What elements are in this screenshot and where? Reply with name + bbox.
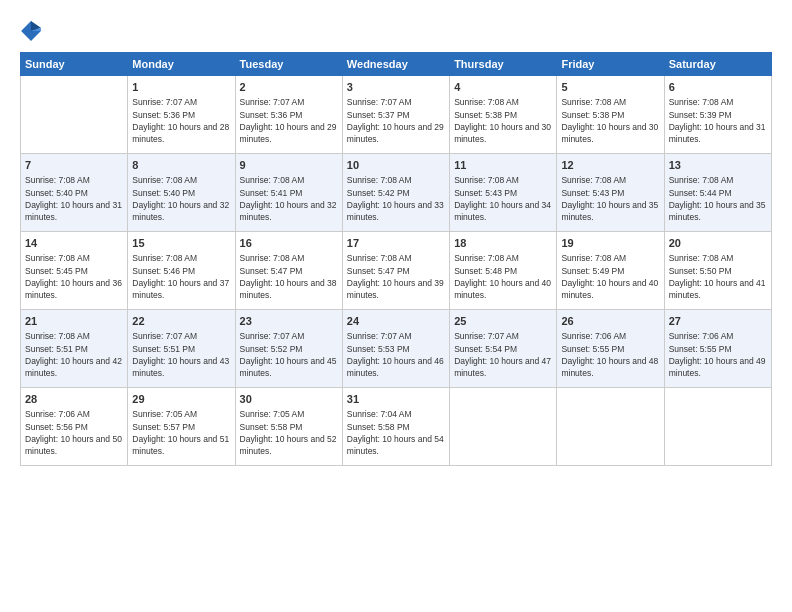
calendar-cell: 28Sunrise: 7:06 AM Sunset: 5:56 PM Dayli… (21, 388, 128, 466)
calendar-cell (557, 388, 664, 466)
day-number: 11 (454, 158, 552, 173)
calendar-cell: 11Sunrise: 7:08 AM Sunset: 5:43 PM Dayli… (450, 154, 557, 232)
day-info: Sunrise: 7:08 AM Sunset: 5:45 PM Dayligh… (25, 252, 123, 301)
calendar-cell: 4Sunrise: 7:08 AM Sunset: 5:38 PM Daylig… (450, 76, 557, 154)
day-info: Sunrise: 7:06 AM Sunset: 5:55 PM Dayligh… (561, 330, 659, 379)
day-number: 20 (669, 236, 767, 251)
day-number: 10 (347, 158, 445, 173)
calendar-cell (450, 388, 557, 466)
calendar-cell: 22Sunrise: 7:07 AM Sunset: 5:51 PM Dayli… (128, 310, 235, 388)
day-info: Sunrise: 7:08 AM Sunset: 5:38 PM Dayligh… (454, 96, 552, 145)
calendar-header: SundayMondayTuesdayWednesdayThursdayFrid… (21, 53, 772, 76)
day-info: Sunrise: 7:06 AM Sunset: 5:55 PM Dayligh… (669, 330, 767, 379)
weekday-header: Friday (557, 53, 664, 76)
day-info: Sunrise: 7:08 AM Sunset: 5:44 PM Dayligh… (669, 174, 767, 223)
day-number: 29 (132, 392, 230, 407)
calendar-cell: 2Sunrise: 7:07 AM Sunset: 5:36 PM Daylig… (235, 76, 342, 154)
day-number: 7 (25, 158, 123, 173)
day-number: 24 (347, 314, 445, 329)
day-info: Sunrise: 7:08 AM Sunset: 5:47 PM Dayligh… (347, 252, 445, 301)
day-number: 6 (669, 80, 767, 95)
day-info: Sunrise: 7:07 AM Sunset: 5:52 PM Dayligh… (240, 330, 338, 379)
day-info: Sunrise: 7:05 AM Sunset: 5:58 PM Dayligh… (240, 408, 338, 457)
day-number: 12 (561, 158, 659, 173)
day-info: Sunrise: 7:08 AM Sunset: 5:46 PM Dayligh… (132, 252, 230, 301)
calendar-cell: 19Sunrise: 7:08 AM Sunset: 5:49 PM Dayli… (557, 232, 664, 310)
day-number: 25 (454, 314, 552, 329)
day-number: 15 (132, 236, 230, 251)
calendar-week-row: 21Sunrise: 7:08 AM Sunset: 5:51 PM Dayli… (21, 310, 772, 388)
calendar-cell: 29Sunrise: 7:05 AM Sunset: 5:57 PM Dayli… (128, 388, 235, 466)
day-number: 27 (669, 314, 767, 329)
day-number: 2 (240, 80, 338, 95)
day-info: Sunrise: 7:07 AM Sunset: 5:36 PM Dayligh… (132, 96, 230, 145)
day-info: Sunrise: 7:07 AM Sunset: 5:53 PM Dayligh… (347, 330, 445, 379)
day-info: Sunrise: 7:08 AM Sunset: 5:50 PM Dayligh… (669, 252, 767, 301)
day-number: 30 (240, 392, 338, 407)
day-number: 26 (561, 314, 659, 329)
weekday-header: Thursday (450, 53, 557, 76)
calendar-cell: 6Sunrise: 7:08 AM Sunset: 5:39 PM Daylig… (664, 76, 771, 154)
day-number: 19 (561, 236, 659, 251)
calendar-table: SundayMondayTuesdayWednesdayThursdayFrid… (20, 52, 772, 466)
page: SundayMondayTuesdayWednesdayThursdayFrid… (0, 0, 792, 612)
day-info: Sunrise: 7:08 AM Sunset: 5:42 PM Dayligh… (347, 174, 445, 223)
calendar-cell (21, 76, 128, 154)
calendar-week-row: 28Sunrise: 7:06 AM Sunset: 5:56 PM Dayli… (21, 388, 772, 466)
calendar-cell: 1Sunrise: 7:07 AM Sunset: 5:36 PM Daylig… (128, 76, 235, 154)
calendar-cell: 16Sunrise: 7:08 AM Sunset: 5:47 PM Dayli… (235, 232, 342, 310)
calendar-cell: 15Sunrise: 7:08 AM Sunset: 5:46 PM Dayli… (128, 232, 235, 310)
calendar-cell: 12Sunrise: 7:08 AM Sunset: 5:43 PM Dayli… (557, 154, 664, 232)
day-info: Sunrise: 7:08 AM Sunset: 5:40 PM Dayligh… (25, 174, 123, 223)
day-number: 28 (25, 392, 123, 407)
weekday-row: SundayMondayTuesdayWednesdayThursdayFrid… (21, 53, 772, 76)
day-number: 4 (454, 80, 552, 95)
day-info: Sunrise: 7:05 AM Sunset: 5:57 PM Dayligh… (132, 408, 230, 457)
logo-icon (20, 20, 42, 42)
header (20, 18, 772, 42)
calendar-cell: 30Sunrise: 7:05 AM Sunset: 5:58 PM Dayli… (235, 388, 342, 466)
day-info: Sunrise: 7:08 AM Sunset: 5:38 PM Dayligh… (561, 96, 659, 145)
day-number: 22 (132, 314, 230, 329)
day-info: Sunrise: 7:07 AM Sunset: 5:51 PM Dayligh… (132, 330, 230, 379)
day-info: Sunrise: 7:08 AM Sunset: 5:39 PM Dayligh… (669, 96, 767, 145)
calendar-cell: 9Sunrise: 7:08 AM Sunset: 5:41 PM Daylig… (235, 154, 342, 232)
calendar-cell: 20Sunrise: 7:08 AM Sunset: 5:50 PM Dayli… (664, 232, 771, 310)
day-info: Sunrise: 7:07 AM Sunset: 5:36 PM Dayligh… (240, 96, 338, 145)
day-info: Sunrise: 7:08 AM Sunset: 5:43 PM Dayligh… (561, 174, 659, 223)
day-info: Sunrise: 7:04 AM Sunset: 5:58 PM Dayligh… (347, 408, 445, 457)
day-info: Sunrise: 7:08 AM Sunset: 5:47 PM Dayligh… (240, 252, 338, 301)
calendar-cell: 26Sunrise: 7:06 AM Sunset: 5:55 PM Dayli… (557, 310, 664, 388)
logo (20, 18, 45, 42)
day-number: 5 (561, 80, 659, 95)
day-number: 23 (240, 314, 338, 329)
weekday-header: Tuesday (235, 53, 342, 76)
day-number: 1 (132, 80, 230, 95)
calendar-cell: 27Sunrise: 7:06 AM Sunset: 5:55 PM Dayli… (664, 310, 771, 388)
weekday-header: Monday (128, 53, 235, 76)
day-number: 21 (25, 314, 123, 329)
day-number: 13 (669, 158, 767, 173)
day-info: Sunrise: 7:07 AM Sunset: 5:54 PM Dayligh… (454, 330, 552, 379)
day-number: 3 (347, 80, 445, 95)
calendar-week-row: 14Sunrise: 7:08 AM Sunset: 5:45 PM Dayli… (21, 232, 772, 310)
calendar-cell: 23Sunrise: 7:07 AM Sunset: 5:52 PM Dayli… (235, 310, 342, 388)
day-info: Sunrise: 7:08 AM Sunset: 5:49 PM Dayligh… (561, 252, 659, 301)
calendar-cell: 31Sunrise: 7:04 AM Sunset: 5:58 PM Dayli… (342, 388, 449, 466)
day-number: 31 (347, 392, 445, 407)
weekday-header: Saturday (664, 53, 771, 76)
calendar-cell: 21Sunrise: 7:08 AM Sunset: 5:51 PM Dayli… (21, 310, 128, 388)
calendar-cell: 17Sunrise: 7:08 AM Sunset: 5:47 PM Dayli… (342, 232, 449, 310)
weekday-header: Sunday (21, 53, 128, 76)
day-number: 9 (240, 158, 338, 173)
calendar-cell: 13Sunrise: 7:08 AM Sunset: 5:44 PM Dayli… (664, 154, 771, 232)
calendar-cell: 7Sunrise: 7:08 AM Sunset: 5:40 PM Daylig… (21, 154, 128, 232)
day-info: Sunrise: 7:08 AM Sunset: 5:40 PM Dayligh… (132, 174, 230, 223)
calendar-cell: 24Sunrise: 7:07 AM Sunset: 5:53 PM Dayli… (342, 310, 449, 388)
calendar-cell: 3Sunrise: 7:07 AM Sunset: 5:37 PM Daylig… (342, 76, 449, 154)
calendar-cell: 14Sunrise: 7:08 AM Sunset: 5:45 PM Dayli… (21, 232, 128, 310)
calendar-cell: 5Sunrise: 7:08 AM Sunset: 5:38 PM Daylig… (557, 76, 664, 154)
weekday-header: Wednesday (342, 53, 449, 76)
calendar-cell: 18Sunrise: 7:08 AM Sunset: 5:48 PM Dayli… (450, 232, 557, 310)
calendar-week-row: 7Sunrise: 7:08 AM Sunset: 5:40 PM Daylig… (21, 154, 772, 232)
